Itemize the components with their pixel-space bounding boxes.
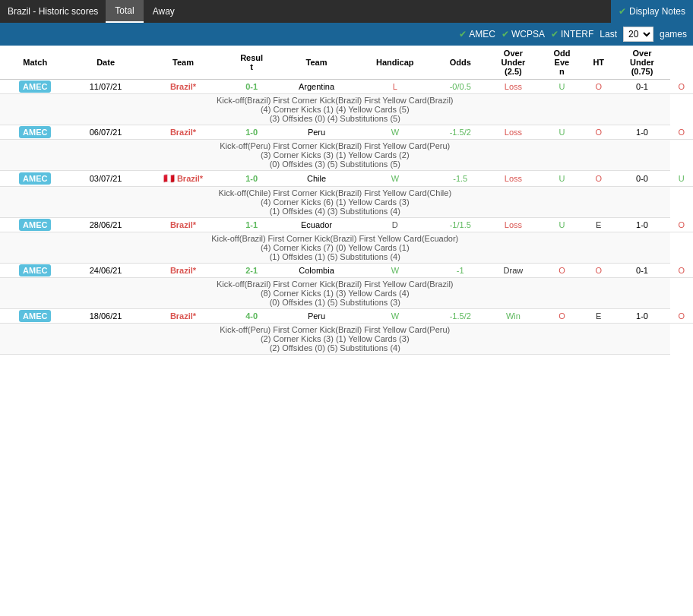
match-notes: Kick-off(Peru) First Corner Kick(Brazil)…: [0, 324, 670, 355]
match-date: 18/06/21: [70, 309, 141, 324]
display-notes-button[interactable]: ✔ Display Notes: [611, 0, 693, 23]
handicap-value: -1.5/2: [435, 125, 486, 140]
odds-result: Loss: [486, 125, 541, 140]
over-under-075: O: [670, 309, 694, 324]
table-row: AMEC 03/07/21 🇵🇪 Brazil* 1-0 Chile W -1.…: [0, 171, 693, 187]
games-label: games: [660, 29, 687, 39]
notes-row: Kick-off(Chile) First Corner Kick(Brazil…: [0, 187, 693, 218]
col-match: Match: [0, 46, 70, 80]
odd-even: O: [583, 264, 615, 278]
handicap-value: -1.5: [435, 171, 486, 187]
last-select[interactable]: 20 10 5: [623, 27, 653, 42]
filter-bar: ✔ AMEC ✔ WCPSA ✔ INTERF Last 20 10 5 gam…: [0, 23, 693, 46]
interf-check-icon: ✔: [551, 29, 559, 39]
handicap-value: -0/0.5: [435, 80, 486, 94]
header-bar: Brazil - Historic scores Total Away ✔ Di…: [0, 0, 693, 23]
ht-score: 0-0: [615, 171, 670, 187]
amec-filter[interactable]: ✔ AMEC: [459, 29, 495, 39]
match-badge: AMEC: [0, 171, 70, 187]
table-row: AMEC 18/06/21 Brazil* 4-0 Peru W -1.5/2 …: [0, 309, 693, 324]
result-indicator: W: [355, 309, 435, 324]
match-notes: Kick-off(Brazil) First Corner Kick(Brazi…: [0, 278, 670, 309]
notes-row: Kick-off(Brazil) First Corner Kick(Brazi…: [0, 94, 693, 125]
match-badge: AMEC: [0, 125, 70, 140]
notes-row: Kick-off(Peru) First Corner Kick(Brazil)…: [0, 324, 693, 355]
team1: 🇵🇪 Brazil*: [141, 171, 226, 187]
col-result: Result: [225, 46, 278, 80]
odds-result: Draw: [486, 264, 541, 278]
match-score: 1-0: [225, 171, 278, 187]
match-date: 06/07/21: [70, 125, 141, 140]
over-under-075: O: [670, 218, 694, 232]
team2: Colombia: [278, 264, 355, 278]
team1: Brazil*: [141, 80, 226, 94]
team2: Chile: [278, 171, 355, 187]
col-handicap: Handicap: [355, 46, 435, 80]
match-score: 2-1: [225, 264, 278, 278]
team1: Brazil*: [141, 309, 226, 324]
table-row: AMEC 11/07/21 Brazil* 0-1 Argentina L -0…: [0, 80, 693, 94]
team2: Argentina: [278, 80, 355, 94]
interf-filter[interactable]: ✔ INTERF: [551, 29, 593, 39]
col-team2: Team: [278, 46, 355, 80]
match-notes: Kick-off(Brazil) First Corner Kick(Brazi…: [0, 94, 670, 125]
team1: Brazil*: [141, 125, 226, 140]
result-indicator: W: [355, 171, 435, 187]
odds-result: Loss: [486, 218, 541, 232]
result-indicator: W: [355, 264, 435, 278]
result-indicator: D: [355, 218, 435, 232]
col-odds: Odds: [435, 46, 486, 80]
over-under-25: O: [541, 264, 583, 278]
wcpsa-check-icon: ✔: [502, 29, 509, 39]
match-notes: Kick-off(Peru) First Corner Kick(Brazil)…: [0, 140, 670, 171]
team1: Brazil*: [141, 264, 226, 278]
match-date: 03/07/21: [70, 171, 141, 187]
page-title: Brazil - Historic scores: [0, 0, 106, 23]
over-under-25: U: [541, 125, 583, 140]
handicap-value: -1.5/2: [435, 309, 486, 324]
match-date: 28/06/21: [70, 218, 141, 232]
over-under-075: O: [670, 125, 694, 140]
result-indicator: L: [355, 80, 435, 94]
odds-result: Win: [486, 309, 541, 324]
ht-score: 1-0: [615, 309, 670, 324]
tab-away[interactable]: Away: [144, 0, 184, 23]
over-under-075: U: [670, 171, 694, 187]
team1: Brazil*: [141, 218, 226, 232]
over-under-25: U: [541, 218, 583, 232]
match-notes: Kick-off(Chile) First Corner Kick(Brazil…: [0, 187, 670, 218]
checkmark-icon: ✔: [619, 6, 626, 17]
match-date: 11/07/21: [70, 80, 141, 94]
odd-even: O: [583, 125, 615, 140]
match-score: 0-1: [225, 80, 278, 94]
odds-result: Loss: [486, 80, 541, 94]
handicap-value: -1/1.5: [435, 218, 486, 232]
notes-row: Kick-off(Peru) First Corner Kick(Brazil)…: [0, 140, 693, 171]
col-team1: Team: [141, 46, 226, 80]
match-badge: AMEC: [0, 264, 70, 278]
ht-score: 1-0: [615, 125, 670, 140]
over-under-25: O: [541, 309, 583, 324]
col-ou25: OverUnder(2.5): [486, 46, 541, 80]
match-notes: Kick-off(Brazil) First Corner Kick(Brazi…: [0, 232, 670, 264]
col-odd-even: OddEven: [541, 46, 583, 80]
col-ht: HT: [583, 46, 615, 80]
over-under-075: O: [670, 264, 694, 278]
match-date: 24/06/21: [70, 264, 141, 278]
team2: Peru: [278, 309, 355, 324]
matches-table: Match Date Team Result Team Handicap Odd…: [0, 46, 693, 355]
match-score: 4-0: [225, 309, 278, 324]
table-row: AMEC 28/06/21 Brazil* 1-1 Ecuador D -1/1…: [0, 218, 693, 232]
team2: Peru: [278, 125, 355, 140]
team2: Ecuador: [278, 218, 355, 232]
wcpsa-filter[interactable]: ✔ WCPSA: [502, 29, 545, 39]
match-badge: AMEC: [0, 309, 70, 324]
tab-total[interactable]: Total: [106, 0, 143, 23]
notes-row: Kick-off(Brazil) First Corner Kick(Brazi…: [0, 232, 693, 264]
amec-check-icon: ✔: [459, 29, 467, 39]
ht-score: 0-1: [615, 80, 670, 94]
over-under-25: U: [541, 171, 583, 187]
odd-even: O: [583, 80, 615, 94]
table-row: AMEC 06/07/21 Brazil* 1-0 Peru W -1.5/2 …: [0, 125, 693, 140]
match-badge: AMEC: [0, 80, 70, 94]
